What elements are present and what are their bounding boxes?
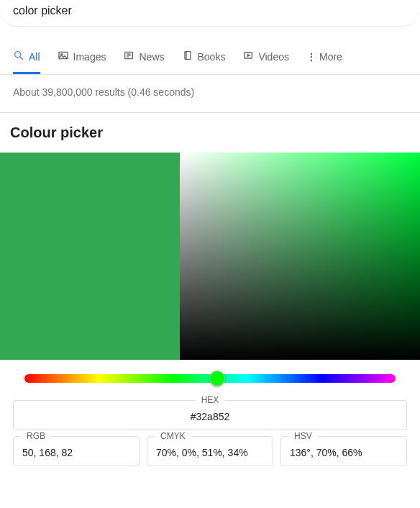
hue-handle[interactable] bbox=[209, 371, 225, 386]
tab-books[interactable]: Books bbox=[182, 40, 226, 74]
hsv-value: 136°, 70%, 66% bbox=[290, 447, 398, 458]
more-icon: ⋮ bbox=[306, 51, 315, 63]
tab-images[interactable]: Images bbox=[58, 40, 106, 74]
rgb-value: 50, 168, 82 bbox=[22, 447, 130, 458]
tab-label: More bbox=[319, 51, 342, 63]
video-icon bbox=[242, 50, 254, 63]
search-bar bbox=[0, 0, 420, 27]
tab-label: Books bbox=[198, 51, 226, 63]
svg-rect-8 bbox=[185, 52, 191, 60]
search-input[interactable] bbox=[13, 1, 407, 20]
hue-slider[interactable] bbox=[24, 374, 396, 383]
tab-label: Images bbox=[73, 51, 106, 63]
cmyk-label: CMYK bbox=[155, 431, 191, 441]
cmyk-value: 70%, 0%, 51%, 34% bbox=[156, 447, 264, 458]
satval-black-layer bbox=[180, 153, 420, 360]
cmyk-field[interactable]: CMYK 70%, 0%, 51%, 34% bbox=[147, 436, 273, 466]
hex-value: #32a852 bbox=[22, 411, 398, 422]
tab-news[interactable]: News bbox=[123, 40, 164, 74]
result-stats: About 39,800,000 results (0.46 seconds) bbox=[0, 75, 420, 109]
hue-slider-wrap bbox=[0, 360, 420, 394]
svg-line-1 bbox=[20, 57, 22, 59]
tab-more[interactable]: ⋮ More bbox=[306, 41, 342, 73]
rgb-label: RGB bbox=[21, 431, 51, 441]
book-icon bbox=[182, 50, 193, 63]
tab-videos[interactable]: Videos bbox=[242, 40, 289, 74]
hex-label: HEX bbox=[196, 395, 225, 405]
news-icon bbox=[123, 50, 134, 63]
color-values: HEX #32a852 RGB 50, 168, 82 CMYK 70%, 0%… bbox=[0, 400, 420, 478]
tab-label: All bbox=[29, 51, 40, 63]
rgb-field[interactable]: RGB 50, 168, 82 bbox=[13, 436, 140, 466]
hex-field[interactable]: HEX #32a852 bbox=[13, 400, 407, 430]
search-icon bbox=[13, 50, 24, 63]
picker-row bbox=[0, 153, 420, 360]
hsv-field[interactable]: HSV 136°, 70%, 66% bbox=[280, 436, 407, 466]
hsv-label: HSV bbox=[288, 431, 318, 441]
saturation-value-area[interactable] bbox=[180, 153, 420, 360]
result-tabs: All Images News Books Videos ⋮ More bbox=[0, 40, 420, 75]
color-picker-widget: Colour picker HEX #32a852 RGB 50, 168, 8… bbox=[0, 112, 420, 478]
image-icon bbox=[58, 50, 69, 63]
widget-title: Colour picker bbox=[0, 124, 420, 153]
tab-label: News bbox=[139, 51, 164, 63]
color-swatch bbox=[0, 153, 180, 360]
svg-point-0 bbox=[15, 52, 21, 58]
tab-all[interactable]: All bbox=[13, 40, 40, 74]
tab-label: Videos bbox=[258, 51, 289, 63]
